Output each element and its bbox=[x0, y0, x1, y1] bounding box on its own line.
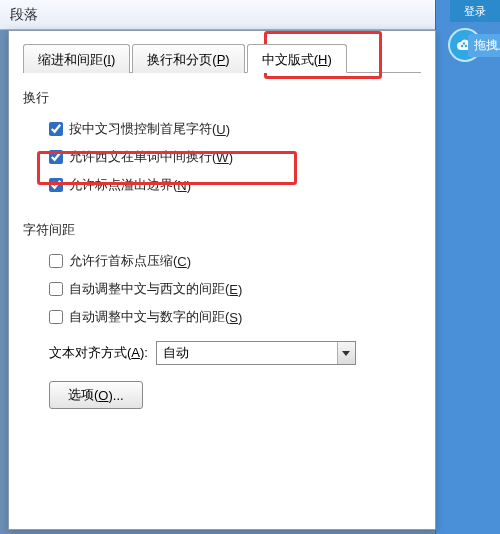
checkbox-compress-punct[interactable] bbox=[49, 254, 63, 268]
checkbox-auto-cjk-latin[interactable] bbox=[49, 282, 63, 296]
section-char-spacing: 字符间距 bbox=[23, 221, 421, 239]
window-title: 段落 bbox=[10, 6, 38, 24]
alignment-value: 自动 bbox=[163, 344, 189, 362]
options-button[interactable]: 选项(O)... bbox=[49, 381, 143, 409]
check-latin-word-wrap[interactable]: 允许西文在单词中间换行(W) bbox=[49, 143, 421, 171]
check-auto-cjk-number[interactable]: 自动调整中文与数字的间距(S) bbox=[49, 303, 421, 331]
checkbox-control-chars[interactable] bbox=[49, 122, 63, 136]
chevron-down-icon bbox=[337, 342, 355, 364]
tab-indent-spacing[interactable]: 缩进和间距(I) bbox=[23, 44, 130, 73]
checkbox-punct-overflow[interactable] bbox=[49, 178, 63, 192]
drag-upload-label: 拖拽上传 bbox=[468, 34, 500, 57]
check-punct-overflow[interactable]: 允许标点溢出边界(N) bbox=[49, 171, 421, 199]
section-line-break: 换行 bbox=[23, 89, 421, 107]
tab-line-page-break[interactable]: 换行和分页(P) bbox=[132, 44, 244, 73]
svg-point-1 bbox=[465, 45, 467, 47]
dialog-body: 缩进和间距(I) 换行和分页(P) 中文版式(H) 换行 按中文习惯控制首尾字符… bbox=[8, 30, 436, 530]
checkbox-latin-word-wrap[interactable] bbox=[49, 150, 63, 164]
alignment-select[interactable]: 自动 bbox=[156, 341, 356, 365]
login-button[interactable]: 登录 bbox=[450, 0, 500, 22]
check-auto-cjk-latin[interactable]: 自动调整中文与西文的间距(E) bbox=[49, 275, 421, 303]
side-panel: 登录 拖拽上传 bbox=[435, 0, 500, 534]
svg-point-0 bbox=[461, 45, 463, 47]
alignment-label: 文本对齐方式(A): bbox=[49, 344, 148, 362]
tab-asian-typography[interactable]: 中文版式(H) bbox=[247, 44, 347, 73]
checkbox-auto-cjk-number[interactable] bbox=[49, 310, 63, 324]
svg-point-2 bbox=[463, 42, 465, 44]
alignment-row: 文本对齐方式(A): 自动 bbox=[49, 341, 421, 365]
check-compress-punct[interactable]: 允许行首标点压缩(C) bbox=[49, 247, 421, 275]
title-bar: 段落 bbox=[0, 0, 500, 30]
tab-strip: 缩进和间距(I) 换行和分页(P) 中文版式(H) bbox=[23, 43, 421, 73]
check-control-chars[interactable]: 按中文习惯控制首尾字符(U) bbox=[49, 115, 421, 143]
